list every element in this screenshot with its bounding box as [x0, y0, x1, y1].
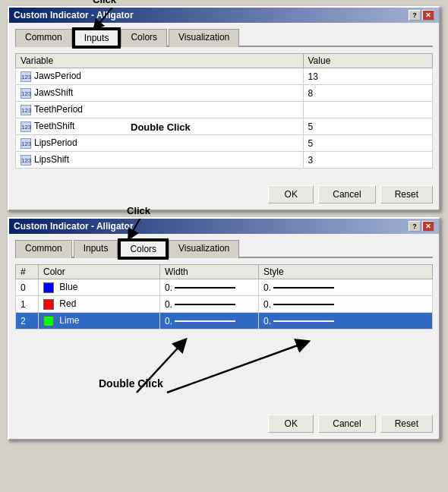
tab2-inputs[interactable]: Inputs: [74, 240, 118, 258]
col-value: Value: [303, 54, 433, 68]
table-row[interactable]: 123TeethPeriod: [16, 102, 433, 118]
value-cell: 5: [303, 118, 433, 135]
variable-cell: 123JawsPeriod: [16, 68, 304, 85]
color-swatch-red: [43, 299, 54, 310]
col-width: Width: [160, 265, 259, 279]
dialog1-table: Variable Value 123JawsPeriod 13 123JawsS…: [15, 53, 433, 169]
tab1-visualization[interactable]: Visualization: [169, 29, 239, 47]
dialog1: Custom Indicator - Alligator ? ✕ Common …: [8, 6, 440, 211]
dialog2-content: Common Inputs Colors Visualization # Col…: [9, 234, 439, 410]
svg-line-2: [167, 343, 304, 393]
width-cell: 0.: [160, 279, 259, 296]
variable-cell: 123TeethPeriod: [16, 102, 304, 118]
num-cell: 1: [16, 296, 39, 313]
tab1-colors[interactable]: Colors: [121, 29, 167, 47]
cancel-button-1[interactable]: Cancel: [318, 185, 375, 203]
color-cell: Red: [39, 296, 160, 313]
cancel-button-2[interactable]: Cancel: [318, 415, 375, 433]
dialog2: Custom Indicator - Alligator ? ✕ Common …: [8, 217, 440, 440]
color-swatch-lime: [43, 316, 54, 326]
dialog2-titlebar: Custom Indicator - Alligator ? ✕: [9, 219, 439, 234]
col-variable: Variable: [16, 54, 304, 68]
table-row[interactable]: 123TeethShift 5: [16, 118, 433, 135]
row-icon: 123: [21, 121, 31, 132]
help-button-2[interactable]: ?: [409, 221, 421, 232]
table-row-selected[interactable]: 2 Lime 0. 0.: [16, 313, 433, 330]
style-cell: 0.: [259, 279, 433, 296]
table-row[interactable]: 1 Red 0. 0.: [16, 296, 433, 313]
row-icon: 123: [21, 155, 31, 166]
ok-button-1[interactable]: OK: [268, 185, 314, 203]
dialog1-content: Common Inputs Colors Visualization Varia…: [9, 23, 439, 181]
num-cell: 2: [16, 313, 39, 330]
value-cell: 3: [303, 152, 433, 169]
dialog1-footer: OK Cancel Reset: [9, 181, 439, 210]
table-row[interactable]: 123JawsPeriod 13: [16, 68, 433, 85]
col-num: #: [16, 265, 39, 279]
style-line-2: [273, 320, 334, 322]
arrow-svg-2: Double Click: [15, 336, 425, 404]
value-cell: 5: [303, 135, 433, 152]
color-swatch-blue: [43, 282, 54, 293]
value-cell: 8: [303, 85, 433, 102]
annotation-area: Double Click: [15, 336, 433, 404]
dialog2-title: Custom Indicator - Alligator: [14, 221, 134, 232]
width-line-1: [175, 304, 235, 305]
style-cell: 0.: [259, 296, 433, 313]
table-row[interactable]: 123LipsPeriod 5: [16, 135, 433, 152]
style-line-1: [273, 304, 334, 305]
num-cell: 0: [16, 279, 39, 296]
variable-cell: 123TeethShift: [16, 118, 304, 135]
reset-button-1[interactable]: Reset: [380, 185, 433, 203]
dialog2-table: # Color Width Style 0 Blue 0.: [15, 264, 433, 330]
table-row[interactable]: 123LipsShift 3: [16, 152, 433, 169]
tab1-common[interactable]: Common: [15, 29, 72, 47]
dialog2-tabs: Common Inputs Colors Visualization: [15, 240, 433, 258]
close-button-1[interactable]: ✕: [422, 10, 434, 20]
row-icon: 123: [21, 105, 31, 115]
row-icon: 123: [21, 88, 31, 99]
dialog1-title: Custom Indicator - Alligator: [14, 10, 134, 20]
variable-cell: 123LipsPeriod: [16, 135, 304, 152]
row-icon: 123: [21, 71, 31, 82]
variable-cell: 123JawsShift: [16, 85, 304, 102]
click-annotation-1: Click: [93, 0, 116, 5]
width-line-2: [175, 320, 235, 322]
double-click-label-2: Double Click: [99, 377, 163, 390]
col-style: Style: [259, 265, 433, 279]
variable-cell: 123LipsShift: [16, 152, 304, 169]
color-cell: Lime: [39, 313, 160, 330]
width-cell: 0.: [160, 313, 259, 330]
dialog2-titlebar-buttons: ? ✕: [409, 221, 434, 232]
value-cell: 13: [303, 68, 433, 85]
width-line-0: [175, 287, 235, 289]
table-row[interactable]: 0 Blue 0. 0.: [16, 279, 433, 296]
dialog2-footer: OK Cancel Reset: [9, 410, 439, 439]
reset-button-2[interactable]: Reset: [380, 415, 433, 433]
tab2-common[interactable]: Common: [15, 240, 72, 258]
tab2-visualization[interactable]: Visualization: [169, 240, 239, 258]
col-color: Color: [39, 265, 160, 279]
dialog1-tabs: Common Inputs Colors Visualization: [15, 29, 433, 47]
row-icon: 123: [21, 138, 31, 149]
tab1-inputs[interactable]: Inputs: [74, 29, 120, 47]
dialog1-titlebar-buttons: ? ✕: [409, 10, 434, 20]
color-cell: Blue: [39, 279, 160, 296]
dialog1-titlebar: Custom Indicator - Alligator ? ✕: [9, 8, 439, 23]
close-button-2[interactable]: ✕: [422, 221, 434, 232]
tab2-colors[interactable]: Colors: [119, 240, 167, 258]
style-cell: 0.: [259, 313, 433, 330]
help-button-1[interactable]: ?: [409, 10, 421, 20]
width-cell: 0.: [160, 296, 259, 313]
table-row[interactable]: 123JawsShift 8: [16, 85, 433, 102]
value-cell: [303, 102, 433, 118]
style-line-0: [273, 287, 334, 289]
ok-button-2[interactable]: OK: [268, 415, 314, 433]
